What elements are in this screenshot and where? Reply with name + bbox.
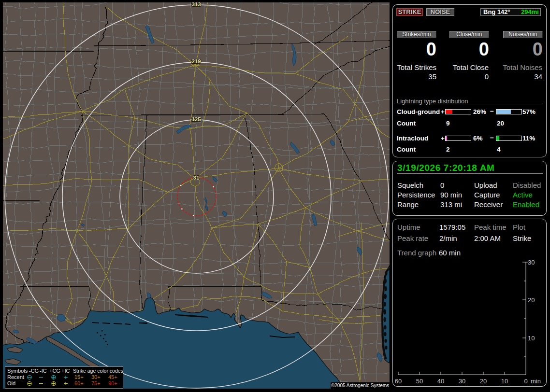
svg-text:31: 31 — [193, 175, 200, 181]
svg-text:30: 30 — [459, 378, 465, 385]
svg-text:10: 10 — [528, 335, 535, 342]
svg-text:min: min — [531, 378, 541, 385]
svg-text:20: 20 — [528, 296, 535, 304]
svg-text:313: 313 — [191, 2, 201, 7]
svg-text:30: 30 — [528, 259, 535, 266]
svg-text:10: 10 — [501, 378, 508, 385]
svg-text:40: 40 — [437, 378, 444, 385]
svg-text:219: 219 — [191, 58, 201, 64]
svg-text:20: 20 — [480, 378, 487, 385]
svg-text:0: 0 — [524, 378, 527, 385]
svg-text:50: 50 — [416, 378, 423, 385]
svg-text:60: 60 — [395, 378, 402, 385]
svg-text:125: 125 — [191, 116, 201, 122]
